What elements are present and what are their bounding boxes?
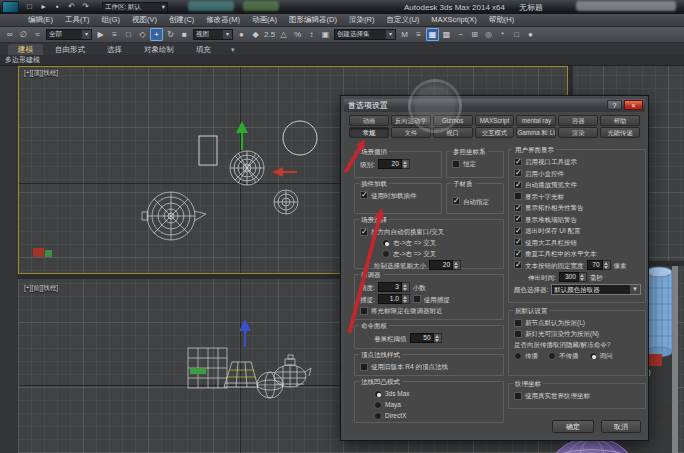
menu-item[interactable]: 自定义(U) bbox=[380, 14, 425, 26]
select-and-manipulate-icon[interactable]: ◆ bbox=[249, 28, 262, 41]
select-and-move-icon[interactable]: + bbox=[150, 28, 163, 41]
snap-spinner[interactable]: 1.0 bbox=[378, 294, 410, 304]
ribbon-minimize-icon[interactable]: ▾ bbox=[231, 44, 235, 55]
use-snap-checkbox[interactable] bbox=[413, 295, 421, 303]
dialog-tab[interactable]: mental ray bbox=[516, 115, 556, 126]
select-and-scale-icon[interactable]: ■ bbox=[178, 28, 191, 41]
wrap-cursor-checkbox[interactable] bbox=[360, 307, 368, 315]
rendered-frame-icon[interactable]: □ bbox=[510, 28, 523, 41]
new-nodes-by-layer-checkbox[interactable] bbox=[514, 319, 522, 327]
dialog-tab[interactable]: 反向运动学 bbox=[391, 115, 431, 126]
window-crossing-icon[interactable]: ◇ bbox=[136, 28, 149, 41]
menu-item[interactable]: 帮助(H) bbox=[483, 14, 520, 26]
color-picker-dropdown[interactable]: 默认颜色拾取器▼ bbox=[551, 284, 641, 295]
load-plugins-checkbox[interactable] bbox=[360, 191, 368, 199]
save-file-icon[interactable]: ▪ bbox=[52, 1, 63, 12]
reference-coordinate-dropdown[interactable]: 视图▾ bbox=[193, 29, 233, 40]
menu-item[interactable]: 动画(A) bbox=[246, 14, 283, 26]
rollout-threshold-spinner[interactable]: 50 bbox=[410, 333, 442, 343]
dialog-tab[interactable]: 光能传递 bbox=[600, 127, 640, 138]
flyout-time-spinner[interactable]: 300 bbox=[559, 272, 587, 282]
named-selection-sets-dropdown[interactable]: 创建选择集▾ bbox=[334, 29, 396, 40]
dialog-tab[interactable]: 常规 bbox=[349, 127, 389, 138]
bump-3dsmax-radio[interactable] bbox=[374, 390, 382, 398]
menu-item[interactable]: 工具(T) bbox=[59, 14, 96, 26]
cancel-button[interactable]: 取消 bbox=[601, 420, 641, 433]
rectangular-selection-icon[interactable]: □ bbox=[122, 28, 135, 41]
menu-item[interactable]: 编辑(E) bbox=[22, 14, 59, 26]
menu-item[interactable]: 组(G) bbox=[96, 14, 126, 26]
auto-window-crossing-checkbox[interactable] bbox=[360, 228, 368, 236]
real-world-texcoords-checkbox[interactable] bbox=[514, 392, 522, 400]
spinner-snap-icon[interactable]: ↕ bbox=[305, 28, 318, 41]
material-editor-icon[interactable]: ◎ bbox=[482, 28, 495, 41]
select-and-link-icon[interactable]: ∞ bbox=[3, 28, 16, 41]
ribbon-tab[interactable]: 填充 bbox=[186, 44, 221, 55]
percent-snap-icon[interactable]: % bbox=[291, 28, 304, 41]
ui-display-checkbox[interactable] bbox=[514, 204, 522, 212]
front-viewport-label[interactable]: [+][前][线框] bbox=[24, 284, 58, 292]
ask-radio[interactable] bbox=[589, 352, 597, 360]
auto-assign-checkbox[interactable] bbox=[452, 197, 460, 205]
brush-size-spinner[interactable]: 20 bbox=[429, 260, 461, 270]
dialog-tab[interactable]: 交互模式 bbox=[475, 127, 515, 138]
graphite-ribbon-icon[interactable]: ▩ bbox=[440, 28, 453, 41]
layer-manager-icon[interactable]: ▦ bbox=[426, 28, 439, 41]
select-object-icon[interactable]: ▶ bbox=[94, 28, 107, 41]
ui-display-checkbox[interactable] bbox=[514, 215, 522, 223]
ribbon-tab[interactable]: 自由形式 bbox=[45, 44, 95, 55]
open-file-icon[interactable]: ▸ bbox=[38, 1, 49, 12]
menu-item[interactable]: 视图(V) bbox=[126, 14, 163, 26]
dialog-tab[interactable]: 渲染 bbox=[558, 127, 598, 138]
dialog-titlebar[interactable]: 首选项设置 ? × bbox=[344, 99, 645, 112]
unlink-selection-icon[interactable]: ∅ bbox=[17, 28, 30, 41]
propagate-radio[interactable] bbox=[514, 352, 522, 360]
dialog-tab[interactable]: Gamma 和 LUT bbox=[516, 127, 556, 138]
angle-snap-icon[interactable]: △ bbox=[277, 28, 290, 41]
bump-maya-radio[interactable] bbox=[374, 401, 382, 409]
workspace-selector[interactable]: 工作区: 默认▾ bbox=[102, 2, 168, 12]
select-by-name-icon[interactable]: ≡ bbox=[108, 28, 121, 41]
ok-button[interactable]: 确定 bbox=[552, 420, 594, 433]
new-scene-icon[interactable]: □ bbox=[24, 1, 35, 12]
ui-display-checkbox[interactable] bbox=[514, 181, 522, 189]
dialog-tab[interactable]: 视口 bbox=[433, 127, 473, 138]
undo-levels-spinner[interactable]: 20 bbox=[378, 159, 410, 169]
ui-display-checkbox[interactable] bbox=[514, 158, 522, 166]
bind-to-space-warp-icon[interactable]: ≈ bbox=[31, 28, 44, 41]
selection-filter-dropdown[interactable]: 全部▾ bbox=[46, 29, 92, 40]
dialog-tab[interactable]: 容器 bbox=[558, 115, 598, 126]
ui-display-checkbox[interactable] bbox=[514, 169, 522, 177]
dialog-tab[interactable]: 动画 bbox=[349, 115, 389, 126]
use-pivot-center-icon[interactable]: ● bbox=[235, 28, 248, 41]
dialog-help-button[interactable]: ? bbox=[607, 100, 622, 110]
ribbon-tab[interactable]: 对象绘制 bbox=[134, 44, 184, 55]
ui-display-checkbox[interactable] bbox=[514, 192, 522, 200]
ui-display-checkbox[interactable] bbox=[514, 250, 522, 258]
menu-item[interactable]: 修改器(M) bbox=[200, 14, 246, 26]
curve-editor-icon[interactable]: ~ bbox=[454, 28, 467, 41]
menu-item[interactable]: 创建(C) bbox=[163, 14, 200, 26]
ribbon-tab[interactable]: 选择 bbox=[97, 44, 132, 55]
ribbon-tab[interactable]: 建模 bbox=[8, 44, 43, 55]
mirror-icon[interactable]: M bbox=[398, 28, 411, 41]
dialog-tab[interactable]: 文件 bbox=[391, 127, 431, 138]
right-left-crossing-radio[interactable] bbox=[382, 239, 390, 247]
snaps-toggle-icon[interactable]: 2.5 bbox=[263, 28, 276, 41]
precision-spinner[interactable]: 3 bbox=[378, 282, 410, 292]
menu-item[interactable]: MAXScript(X) bbox=[425, 14, 482, 26]
do-not-propagate-radio[interactable] bbox=[548, 352, 556, 360]
app-logo-icon[interactable] bbox=[2, 1, 19, 13]
fixed-width-checkbox[interactable] bbox=[514, 261, 522, 269]
schematic-view-icon[interactable]: ⊞ bbox=[468, 28, 481, 41]
dialog-tab[interactable]: 帮助 bbox=[600, 115, 640, 126]
dialog-close-button[interactable]: × bbox=[624, 100, 643, 110]
left-right-crossing-radio[interactable] bbox=[382, 250, 390, 258]
constant-checkbox[interactable] bbox=[452, 160, 460, 168]
ui-display-checkbox[interactable] bbox=[514, 238, 522, 246]
render-production-icon[interactable]: ● bbox=[524, 28, 537, 41]
menu-item[interactable]: 图形编辑器(D) bbox=[283, 14, 343, 26]
dialog-tab[interactable]: MAXScript bbox=[475, 115, 515, 126]
new-lights-by-layer-checkbox[interactable] bbox=[514, 330, 522, 338]
top-viewport-label[interactable]: [+][顶][线框] bbox=[24, 69, 58, 77]
